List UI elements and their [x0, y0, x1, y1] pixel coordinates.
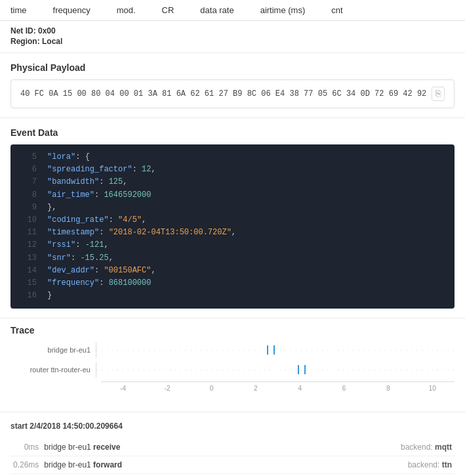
trace-event-dot	[304, 365, 306, 374]
region-row: Region: Local	[10, 37, 455, 46]
code-line: 6 "spreading_factor": 12,	[10, 163, 455, 176]
physical-payload-title: Physical Payload	[10, 62, 455, 73]
log-time: 0ms	[10, 439, 41, 456]
line-content: }	[47, 290, 52, 302]
line-content: "spreading_factor": 12,	[47, 163, 156, 176]
line-content: "snr": -15.25,	[47, 252, 113, 265]
axis-label: 4	[278, 382, 322, 392]
line-number: 6	[18, 163, 37, 176]
trace-chart: bridge br-eu1router ttn-router-eu-4-2024…	[10, 342, 455, 412]
line-content: "frequency": 868100000	[47, 277, 151, 290]
trace-event-dot	[298, 365, 299, 374]
event-data-section: Event Data 5"lora": {6 "spreading_factor…	[0, 118, 465, 318]
line-number: 5	[18, 151, 37, 163]
col-cnt: cnt	[331, 5, 342, 15]
col-time: time	[10, 5, 27, 15]
axis-label: 6	[322, 382, 366, 392]
net-id-row: Net ID: 0x00	[10, 26, 455, 35]
line-content: "timestamp": "2018-02-04T13:50:00.720Z",	[47, 227, 236, 239]
axis-label: 0	[190, 382, 233, 392]
code-block: 5"lora": {6 "spreading_factor": 12,7 "ba…	[10, 144, 455, 309]
trace-axis: -4-20246810	[101, 381, 455, 392]
log-table: 0msbridge br-eu1 receivebackend: mqtt0.2…	[10, 439, 455, 476]
trace-title: Trace	[10, 325, 455, 335]
col-data-rate: data rate	[200, 5, 233, 15]
trace-row: bridge br-eu1	[10, 342, 455, 358]
axis-label: -2	[145, 382, 189, 392]
line-number: 15	[18, 277, 37, 290]
line-number: 11	[18, 227, 37, 239]
log-message: bridge br-eu1 receive	[41, 439, 305, 456]
line-number: 16	[18, 290, 37, 302]
line-number: 7	[18, 176, 37, 188]
axis-label: 2	[233, 382, 277, 392]
code-line: 16}	[10, 290, 455, 302]
trace-row: router ttn-router-eu	[10, 362, 455, 378]
col-cr: CR	[162, 5, 174, 15]
code-line: 7 "bandwidth": 125,	[10, 176, 455, 188]
line-number: 13	[18, 252, 37, 265]
code-line: 15"frequency": 868100000	[10, 277, 455, 290]
line-number: 14	[18, 265, 37, 277]
log-time: 0.26ms	[10, 456, 41, 474]
copy-button[interactable]: ⎘	[432, 87, 445, 101]
trace-row-label: bridge br-eu1	[10, 346, 96, 354]
line-number: 8	[18, 189, 37, 202]
col-frequency: frequency	[53, 5, 91, 15]
trace-section: Trace bridge br-eu1router ttn-router-eu-…	[0, 318, 465, 412]
line-content: "coding_rate": "4/5",	[47, 214, 146, 227]
net-id-label: Net ID:	[10, 26, 36, 35]
code-line: 12"rssi": -121,	[10, 239, 455, 251]
physical-payload-section: Physical Payload 40 FC 0A 15 00 80 04 00…	[0, 53, 465, 118]
log-section: start 2/4/2018 14:50:00.209664 0msbridge…	[0, 412, 465, 476]
axis-label: 10	[411, 382, 455, 392]
trace-line-area	[96, 362, 455, 378]
trace-row-label: router ttn-router-eu	[10, 366, 96, 374]
net-id-value: 0x00	[38, 26, 56, 35]
trace-line-area	[96, 342, 455, 358]
code-line: 10"coding_rate": "4/5",	[10, 214, 455, 227]
trace-event-dot	[273, 345, 275, 355]
payload-value: 40 FC 0A 15 00 80 04 00 01 3A 81 6A 62 6…	[20, 89, 426, 98]
column-headers: time frequency mod. CR data rate airtime…	[0, 0, 465, 21]
col-mod: mod.	[117, 5, 136, 15]
log-entry: 0.26msbridge br-eu1 forwardbackend: ttn	[10, 456, 455, 474]
log-message: bridge br-eu1 forward	[41, 456, 305, 474]
region-label: Region:	[10, 37, 40, 46]
code-line: 11"timestamp": "2018-02-04T13:50:00.720Z…	[10, 227, 455, 239]
axis-label: 8	[366, 382, 410, 392]
line-number: 12	[18, 239, 37, 251]
col-airtime: airtime (ms)	[260, 5, 306, 15]
log-entry: 0msbridge br-eu1 receivebackend: mqtt	[10, 439, 455, 456]
line-number: 9	[18, 202, 37, 214]
axis-label: -4	[101, 382, 145, 392]
event-data-title: Event Data	[10, 127, 455, 138]
code-line: 14"dev_addr": "00150AFC",	[10, 265, 455, 277]
line-number: 10	[18, 214, 37, 227]
code-line: 9},	[10, 202, 455, 214]
meta-section: Net ID: 0x00 Region: Local	[0, 21, 465, 53]
line-content: },	[47, 202, 56, 214]
line-content: "air_time": 1646592000	[47, 189, 151, 202]
line-content: "dev_addr": "00150AFC",	[47, 265, 156, 277]
trace-event-dot	[267, 345, 268, 355]
payload-box: 40 FC 0A 15 00 80 04 00 01 3A 81 6A 62 6…	[10, 79, 455, 108]
code-line: 5"lora": {	[10, 151, 455, 163]
line-content: "bandwidth": 125,	[47, 176, 127, 188]
region-value: Local	[42, 37, 62, 46]
log-start-time: start 2/4/2018 14:50:00.209664	[10, 422, 455, 431]
log-meta: backend: ttn	[305, 456, 455, 474]
log-meta: backend: mqtt	[305, 439, 455, 456]
code-line: 8 "air_time": 1646592000	[10, 189, 455, 202]
line-content: "rssi": -121,	[47, 239, 109, 251]
line-content: "lora": {	[47, 151, 90, 163]
code-line: 13"snr": -15.25,	[10, 252, 455, 265]
